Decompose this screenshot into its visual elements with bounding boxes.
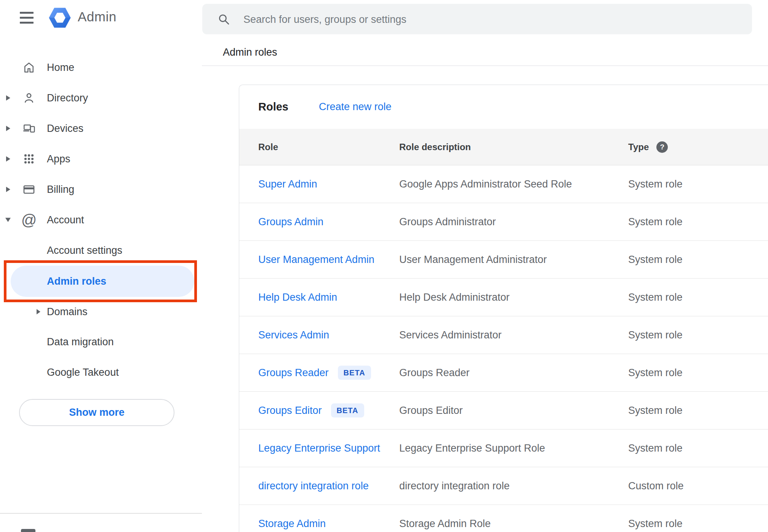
role-link[interactable]: Groups EditorBETA xyxy=(258,404,364,418)
role-type-cell: System role xyxy=(628,367,683,379)
role-description-cell: Help Desk Administrator xyxy=(399,292,510,303)
triangle-right-icon[interactable] xyxy=(6,95,10,101)
table-row: Legacy Enterprise SupportLegacy Enterpri… xyxy=(239,429,768,467)
feedback-icon-partial[interactable] xyxy=(21,529,35,532)
role-link-text[interactable]: Groups Reader xyxy=(258,367,329,379)
triangle-right-icon[interactable] xyxy=(6,126,10,131)
triangle-right-icon[interactable] xyxy=(6,187,10,192)
sidebar-subitem-admin-roles[interactable]: Admin roles xyxy=(0,266,202,297)
column-header-type-label: Type xyxy=(628,142,649,152)
hamburger-bar xyxy=(20,22,34,24)
triangle-right-icon[interactable] xyxy=(6,156,10,162)
sidebar-item-home[interactable]: Home xyxy=(0,52,202,83)
beta-badge: BETA xyxy=(331,404,364,418)
triangle-right-icon[interactable] xyxy=(37,309,40,314)
table-row: Help Desk AdminHelp Desk AdministratorSy… xyxy=(239,279,768,316)
triangle-down-icon[interactable] xyxy=(5,218,11,222)
role-link[interactable]: Groups Admin xyxy=(258,216,323,228)
sidebar-subitem-label: Google Takeout xyxy=(47,367,119,378)
hamburger-bar xyxy=(20,12,34,14)
role-link-text[interactable]: Super Admin xyxy=(258,178,317,190)
sidebar-footer-divider xyxy=(0,513,202,514)
role-description-cell: Groups Administrator xyxy=(399,216,496,228)
sidebar-item-label: Directory xyxy=(47,92,88,104)
role-link[interactable]: Super Admin xyxy=(258,178,317,190)
role-type-cell: Custom role xyxy=(628,480,684,492)
sidebar-subitem-account-settings[interactable]: Account settings xyxy=(0,235,202,266)
sidebar-item-account[interactable]: @Account xyxy=(0,205,202,235)
breadcrumb: Admin roles xyxy=(223,46,277,58)
sidebar-item-label: Billing xyxy=(47,184,74,195)
column-header-role-description: Role description xyxy=(399,142,471,152)
role-link[interactable]: Groups ReaderBETA xyxy=(258,366,371,380)
sidebar: Admin HomeDirectoryDevicesAppsBilling@Ac… xyxy=(0,0,202,532)
sidebar-subitem-data-migration[interactable]: Data migration xyxy=(0,326,202,357)
role-description-cell: Storage Admin Role xyxy=(399,518,491,530)
column-header-type: Type ? xyxy=(628,141,668,153)
role-type-cell: System role xyxy=(628,178,683,190)
person-icon xyxy=(21,90,37,106)
role-type-cell: System role xyxy=(628,405,683,417)
sidebar-item-label: Account xyxy=(47,214,84,226)
hamburger-menu-icon[interactable] xyxy=(20,12,34,24)
search-bar[interactable] xyxy=(202,4,752,34)
role-link-text[interactable]: directory integration role xyxy=(258,480,369,492)
roles-card: Roles Create new role Role Role descript… xyxy=(239,85,768,532)
search-input[interactable] xyxy=(243,4,732,35)
role-description-cell: Google Apps Administrator Seed Role xyxy=(399,178,572,190)
role-link-text[interactable]: Groups Editor xyxy=(258,405,322,417)
sidebar-item-label: Devices xyxy=(47,123,83,135)
search-icon xyxy=(218,13,230,27)
sidebar-subitem-label: Admin roles xyxy=(47,276,106,287)
sidebar-item-label: Apps xyxy=(47,153,70,165)
table-row: Groups AdminGroups AdministratorSystem r… xyxy=(239,203,768,241)
help-icon[interactable]: ? xyxy=(656,141,668,153)
at-sign-icon: @ xyxy=(21,212,37,228)
sidebar-subitem-domains[interactable]: Domains xyxy=(0,296,202,327)
apps-grid-icon xyxy=(21,151,37,167)
role-link-text[interactable]: Legacy Enterprise Support xyxy=(258,442,380,454)
sidebar-item-devices[interactable]: Devices xyxy=(0,113,202,144)
sidebar-item-directory[interactable]: Directory xyxy=(0,83,202,113)
role-type-cell: System role xyxy=(628,292,683,303)
sidebar-subitem-label: Account settings xyxy=(47,245,122,256)
role-link-text[interactable]: Groups Admin xyxy=(258,216,323,228)
roles-card-title: Roles xyxy=(258,85,288,129)
sidebar-item-apps[interactable]: Apps xyxy=(0,144,202,174)
admin-hexagon-logo xyxy=(49,8,71,29)
product-title: Admin xyxy=(78,9,117,24)
role-link[interactable]: directory integration role xyxy=(258,480,369,492)
show-more-button[interactable]: Show more xyxy=(19,399,174,426)
role-description-cell: Services Administrator xyxy=(399,329,502,341)
role-link[interactable]: Storage Admin xyxy=(258,518,326,530)
role-description-cell: User Management Administrator xyxy=(399,254,547,266)
role-type-cell: System role xyxy=(628,216,683,228)
sidebar-subitem-label: Data migration xyxy=(47,336,114,348)
home-icon xyxy=(21,60,37,75)
sidebar-subitem-google-takeout[interactable]: Google Takeout xyxy=(0,357,202,388)
create-new-role-link[interactable]: Create new role xyxy=(319,85,392,129)
role-type-cell: System role xyxy=(628,442,683,454)
content-divider xyxy=(202,66,768,66)
hamburger-bar xyxy=(20,17,34,19)
role-link-text[interactable]: User Management Admin xyxy=(258,254,374,266)
role-link[interactable]: Services Admin xyxy=(258,329,329,341)
role-link[interactable]: Help Desk Admin xyxy=(258,292,337,303)
table-row: Services AdminServices AdministratorSyst… xyxy=(239,316,768,354)
role-description-cell: Legacy Enterprise Support Role xyxy=(399,442,545,454)
role-link-text[interactable]: Services Admin xyxy=(258,329,329,341)
roles-table-body: Super AdminGoogle Apps Administrator See… xyxy=(239,165,768,532)
role-type-cell: System role xyxy=(628,518,683,530)
table-row: Super AdminGoogle Apps Administrator See… xyxy=(239,165,768,203)
role-link[interactable]: Legacy Enterprise Support xyxy=(258,442,380,454)
role-link-text[interactable]: Storage Admin xyxy=(258,518,326,530)
role-type-cell: System role xyxy=(628,329,683,341)
role-link[interactable]: User Management Admin xyxy=(258,254,374,266)
credit-card-icon xyxy=(21,182,37,197)
sidebar-item-billing[interactable]: Billing xyxy=(0,174,202,205)
table-header-row: Role Role description Type ? xyxy=(239,129,768,165)
table-row: Storage AdminStorage Admin RoleSystem ro… xyxy=(239,505,768,532)
sidebar-item-label: Home xyxy=(47,62,74,74)
role-link-text[interactable]: Help Desk Admin xyxy=(258,292,337,303)
role-description-cell: directory integration role xyxy=(399,480,510,492)
